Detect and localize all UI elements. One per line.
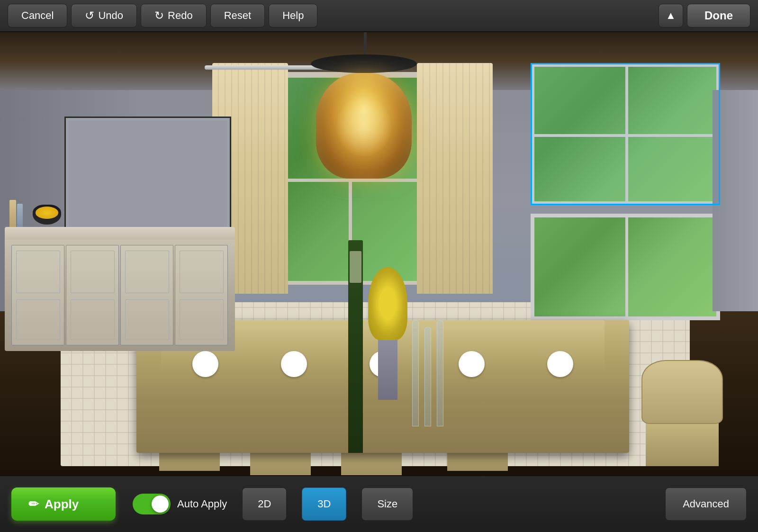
cabinet-door-3	[120, 245, 173, 345]
toggle-thumb	[152, 496, 169, 513]
reset-button[interactable]: Reset	[210, 4, 265, 27]
apply-label: Apply	[45, 497, 79, 512]
mode-2d-button[interactable]: 2D	[242, 487, 287, 521]
sideboard	[0, 227, 235, 351]
sideboard-doors	[11, 245, 228, 345]
curtain-right-folds	[417, 63, 493, 293]
right-window-bottom-mullion-v	[625, 214, 628, 320]
reset-label: Reset	[224, 9, 251, 22]
cancel-label: Cancel	[21, 9, 54, 22]
wine-glasses	[412, 294, 535, 427]
help-button[interactable]: Help	[269, 4, 317, 27]
redo-icon: ↻	[154, 9, 164, 22]
help-label: Help	[282, 9, 304, 22]
mode-2d-label: 2D	[258, 498, 271, 510]
done-button[interactable]: Done	[687, 4, 750, 27]
chevron-up-icon: ▲	[666, 9, 676, 22]
chandelier-crystals	[316, 73, 412, 179]
bottom-toolbar: ✏ Apply Auto Apply 2D 3D Size Advanced	[0, 475, 758, 532]
mode-3d-label: 3D	[317, 498, 331, 510]
chandelier-outer	[311, 54, 417, 73]
size-button[interactable]: Size	[361, 487, 413, 521]
size-label: Size	[377, 498, 397, 510]
advanced-button[interactable]: Advanced	[665, 487, 747, 521]
auto-apply-label: Auto Apply	[177, 498, 227, 510]
redo-button[interactable]: ↻ Redo	[141, 4, 207, 27]
sideboard-body	[5, 240, 235, 352]
advanced-label: Advanced	[683, 498, 729, 510]
auto-apply-toggle[interactable]	[133, 494, 171, 514]
chevron-up-button[interactable]: ▲	[659, 4, 683, 27]
mode-3d-button[interactable]: 3D	[302, 487, 346, 521]
chandelier	[311, 54, 417, 179]
flower-vase	[368, 267, 407, 400]
scene-area[interactable]	[0, 32, 758, 475]
right-window-bottom	[531, 214, 720, 320]
apply-button[interactable]: ✏ Apply	[11, 487, 116, 521]
curtain-right	[417, 63, 493, 293]
apply-pencil-icon: ✏	[28, 497, 39, 512]
undo-icon: ↺	[85, 9, 94, 22]
redo-label: Redo	[168, 9, 193, 22]
wine-bottle	[348, 240, 363, 453]
undo-button[interactable]: ↺ Undo	[71, 4, 137, 27]
done-label: Done	[704, 9, 733, 22]
cabinet-door-1	[11, 245, 64, 345]
top-toolbar: Cancel ↺ Undo ↻ Redo Reset Help ▲ Done	[0, 0, 758, 32]
sideboard-bowl	[33, 205, 61, 225]
cancel-button[interactable]: Cancel	[8, 4, 67, 27]
cabinet-door-4	[175, 245, 228, 345]
auto-apply-area: Auto Apply	[133, 494, 227, 514]
window-selection-box[interactable]	[531, 63, 720, 205]
chair-far-right	[637, 360, 728, 466]
cabinet-door-2	[66, 245, 119, 345]
undo-label: Undo	[98, 9, 123, 22]
chandelier-glow	[335, 94, 393, 158]
